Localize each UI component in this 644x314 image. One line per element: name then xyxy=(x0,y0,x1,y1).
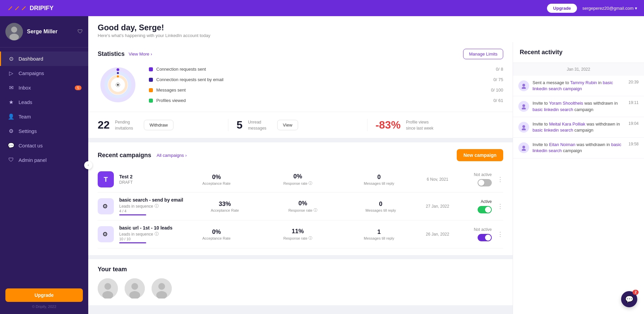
activity-time: 19:11 xyxy=(629,100,639,105)
campaign-row: ⚙ basic search - send by email Leads in … xyxy=(98,193,503,220)
campaign-leads-count: 10 / 10 xyxy=(119,237,173,241)
svg-point-22 xyxy=(158,283,165,290)
view-button[interactable]: View xyxy=(277,120,298,130)
campaign-icon: T xyxy=(98,171,114,187)
acceptance-label: Acceptance Rate xyxy=(189,208,261,212)
upgrade-button-sidebar[interactable]: Upgrade xyxy=(5,288,83,302)
statistics-content: Connection requests sent 0/ 8 Connection… xyxy=(98,65,503,105)
activity-link[interactable]: basic linkedin search xyxy=(533,142,621,153)
campaign-more-button[interactable]: ⋮ xyxy=(497,231,503,238)
campaign-name-block: basic search - send by email Leads in se… xyxy=(119,197,183,215)
response-value: 0% xyxy=(260,173,335,180)
stat-value: 0/ 100 xyxy=(486,88,503,93)
view-more-link[interactable]: View More › xyxy=(129,51,152,57)
campaign-toggle[interactable] xyxy=(478,179,492,186)
sidebar-item-dashboard[interactable]: ⊙ Dashboard xyxy=(0,51,88,66)
chat-bubble[interactable]: 💬 2 xyxy=(621,291,637,307)
metric-number: 22 xyxy=(98,119,110,131)
activity-link[interactable]: Yoram Shooltheis xyxy=(549,101,583,106)
sidebar-item-label: Settings xyxy=(19,128,37,134)
metric-label: Profile views xyxy=(406,120,433,125)
toggle-knob xyxy=(485,207,491,213)
activity-link[interactable]: basic linkedin search xyxy=(533,107,573,112)
svg-point-19 xyxy=(131,283,138,290)
activity-link[interactable]: Eitan Noiman xyxy=(549,142,575,147)
campaign-name: basic url - 1st - 10 leads xyxy=(119,225,173,231)
stat-dot xyxy=(149,99,153,103)
stat-value: 0/ 75 xyxy=(486,77,503,82)
user-email[interactable]: sergeperez20@gmail.com ▾ xyxy=(582,6,637,11)
shield-icon[interactable]: 🛡 xyxy=(77,29,83,35)
metric-info: Pending invitations xyxy=(115,120,133,131)
sidebar-item-contact[interactable]: 💬 Contact us xyxy=(0,138,88,153)
stat-item: Connection requests sent by email 0/ 75 xyxy=(149,77,503,82)
settings-icon: ⚙ xyxy=(8,128,14,134)
campaign-more-button[interactable]: ⋮ xyxy=(497,176,503,183)
sidebar-item-label: Contact us xyxy=(19,143,43,148)
team-member-avatar xyxy=(152,278,172,299)
campaign-date: 27 Jan, 2022 xyxy=(422,204,453,209)
svg-point-2 xyxy=(9,34,19,40)
main-panel: Statistics View More › Manage Limits xyxy=(88,42,513,314)
activity-link[interactable]: Tammy Rubin xyxy=(570,80,597,85)
svg-point-16 xyxy=(104,283,111,290)
upgrade-button-top[interactable]: Upgrade xyxy=(547,4,577,13)
activity-link[interactable]: Meital Kara Polliak xyxy=(549,121,585,127)
campaign-response: 11% Response rate ⓘ xyxy=(260,228,335,241)
activity-text: Invite to Yoram Shooltheis was withdrawn… xyxy=(533,100,624,112)
sidebar-item-label: Leads xyxy=(19,99,32,105)
withdraw-button[interactable]: Withdraw xyxy=(144,120,173,130)
activity-text: Invite to Eitan Noiman was withdrawn in … xyxy=(533,142,624,154)
team-member-avatar xyxy=(98,278,118,299)
statistics-title: Statistics xyxy=(98,50,125,58)
stat-label: Profiles viewed xyxy=(156,98,483,103)
sidebar-item-admin[interactable]: 🛡 Admin panel xyxy=(0,153,88,167)
svg-point-9 xyxy=(117,72,119,74)
campaign-more-button[interactable]: ⋮ xyxy=(497,203,503,210)
all-campaigns-link[interactable]: All campaigns › xyxy=(157,153,187,158)
campaign-messages: 0 Messages till reply xyxy=(341,174,417,185)
sidebar-collapse-button[interactable]: ‹ xyxy=(84,161,92,169)
stat-item: Profiles viewed 0/ 61 xyxy=(149,98,503,103)
acceptance-value: 0% xyxy=(179,174,254,181)
activity-item: Invite to Meital Kara Polliak was withdr… xyxy=(513,117,644,138)
activity-item: Invite to Eitan Noiman was withdrawn in … xyxy=(513,138,644,158)
stat-item: Messages sent 0/ 100 xyxy=(149,88,503,93)
campaigns-icon: ▷ xyxy=(8,70,14,76)
campaign-name-block: Test 2 DRAFT xyxy=(119,174,173,185)
sidebar-item-inbox[interactable]: ✉ Inbox 5 xyxy=(0,80,88,95)
campaign-status-block: Active xyxy=(458,199,492,213)
main-layout: Serge Miller 🛡 ⊙ Dashboard ▷ Campaigns ✉… xyxy=(0,16,644,314)
campaign-name: basic search - send by email xyxy=(119,197,183,203)
sidebar-item-leads[interactable]: ★ Leads xyxy=(0,95,88,109)
activity-icon xyxy=(518,122,529,133)
sidebar-item-campaigns[interactable]: ▷ Campaigns xyxy=(0,66,88,80)
campaign-icon: ⚙ xyxy=(98,198,114,214)
activity-icon xyxy=(518,142,529,153)
activity-link[interactable]: basic linkedin search xyxy=(533,128,573,133)
stat-label: Connection requests sent by email xyxy=(156,77,483,82)
sidebar: Serge Miller 🛡 ⊙ Dashboard ▷ Campaigns ✉… xyxy=(0,16,88,314)
sidebar-item-label: Team xyxy=(19,114,31,119)
sidebar-nav: ⊙ Dashboard ▷ Campaigns ✉ Inbox 5 ★ Lead… xyxy=(0,47,88,283)
campaign-toggle[interactable] xyxy=(478,206,492,213)
info-icon: ⓘ xyxy=(314,208,317,213)
campaign-toggle[interactable] xyxy=(478,234,492,241)
toggle-knob xyxy=(485,235,491,241)
campaigns-title: Recent campaigns xyxy=(98,152,151,159)
activity-text: Sent a message to Tammy Rubin in basic l… xyxy=(533,80,624,92)
svg-text:⚙: ⚙ xyxy=(102,231,108,238)
team-section: Your team xyxy=(88,259,513,305)
metric-label: Unread xyxy=(248,120,266,125)
avatar xyxy=(5,23,23,40)
activity-time: 19:04 xyxy=(629,121,639,126)
new-campaign-button[interactable]: New campaign xyxy=(457,149,503,161)
sidebar-item-team[interactable]: 👤 Team xyxy=(0,109,88,124)
campaigns-section: Recent campaigns All campaigns › New cam… xyxy=(88,142,513,255)
sidebar-item-settings[interactable]: ⚙ Settings xyxy=(0,124,88,138)
sidebar-item-label: Campaigns xyxy=(19,70,44,76)
manage-limits-button[interactable]: Manage Limits xyxy=(463,49,503,59)
status-label: Active xyxy=(481,199,492,204)
acceptance-value: 33% xyxy=(189,201,261,208)
chat-icon: 💬 xyxy=(625,295,634,303)
